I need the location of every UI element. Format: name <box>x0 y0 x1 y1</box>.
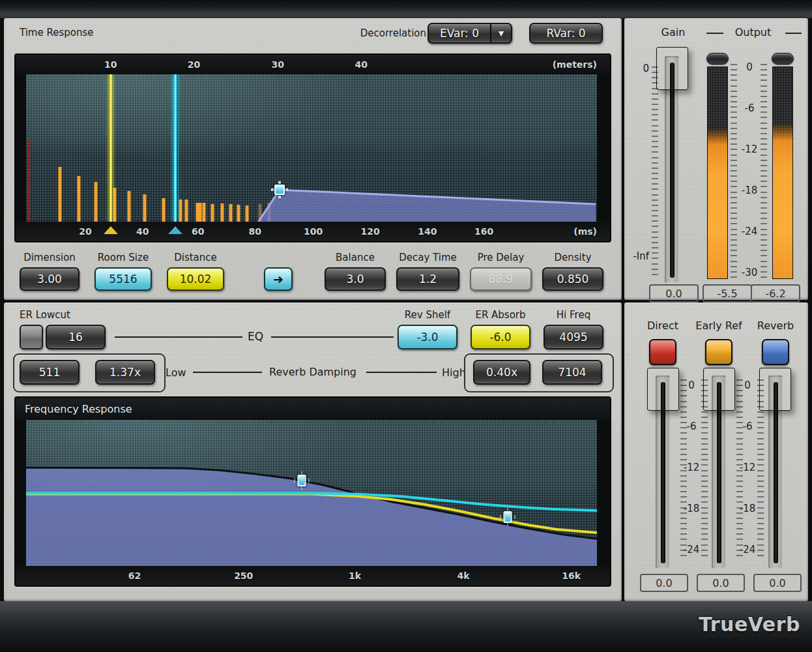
right-output-meter <box>772 67 793 279</box>
er-lowcut-value-button[interactable]: 16 <box>46 325 106 349</box>
hi-freq-value-button[interactable]: 4095 <box>544 325 603 349</box>
gain-fader-knob[interactable] <box>656 47 688 90</box>
bottom-bar: TrueVerb <box>0 601 812 652</box>
scale-label: -24 <box>742 226 758 237</box>
er-absorb-label: ER Absorb <box>464 309 537 321</box>
time-graph-bottom-axis: 20406080100120140160(ms) <box>16 222 610 241</box>
direct-mute-button[interactable] <box>649 339 676 365</box>
gain-inf-label: -Inf <box>624 250 649 262</box>
er-absorb-value-button[interactable]: -6.0 <box>471 325 530 349</box>
dimension-label: Dimension <box>10 252 89 263</box>
room-size-value-button[interactable]: 5516 <box>94 267 152 291</box>
axis-tick: 80 <box>249 226 261 237</box>
scale-label: -24 <box>684 544 700 556</box>
top-frame <box>0 0 812 18</box>
scale-label: -6 <box>743 421 753 432</box>
damping-high-freq-button[interactable]: 7104 <box>542 360 602 385</box>
balance-value-button[interactable]: 3.0 <box>325 267 386 291</box>
scale-label: 0 <box>688 379 695 391</box>
time-graph-top-axis: 10203040(meters) <box>16 55 610 74</box>
chevron-down-icon[interactable]: ▼ <box>490 24 511 42</box>
reverb-mute-button[interactable] <box>762 339 789 365</box>
damping-line-left <box>193 372 262 373</box>
rvar-value: RVar: 0 <box>546 27 585 40</box>
er-lowcut-label: ER Lowcut <box>20 309 70 321</box>
scale-label: 0 <box>744 379 751 391</box>
density-value-button[interactable]: 0.850 <box>542 267 603 291</box>
scale-label: -12 <box>684 462 700 473</box>
early-ref-fader-knob[interactable] <box>703 368 735 411</box>
rvar-button[interactable]: RVar: 0 <box>529 23 603 44</box>
left-output-meter <box>707 67 728 279</box>
scale-label: -12 <box>742 143 758 155</box>
distance-value-button[interactable]: 10.02 <box>167 267 224 291</box>
damping-high-ratio-button[interactable]: 0.40x <box>473 360 530 385</box>
er-lowcut-toggle[interactable] <box>20 325 43 349</box>
evar-value: EVar: 0 <box>429 27 490 40</box>
marker-triangle[interactable] <box>104 226 118 234</box>
freq-handle[interactable] <box>298 475 306 486</box>
scale-label: -6 <box>687 421 697 432</box>
axis-tick: 30 <box>272 59 284 70</box>
reverb-fader-knob[interactable] <box>759 368 791 411</box>
axis-tick: 40 <box>136 226 149 237</box>
damping-low-ratio-button[interactable]: 1.37x <box>95 360 155 385</box>
freq-grid-wrap <box>16 420 610 566</box>
gain-zero-label: 0 <box>633 63 649 74</box>
right-meter-value-box[interactable]: -6.2 <box>751 284 800 303</box>
meter-tick-scale-right <box>761 64 767 279</box>
mix-scale-1: 0-6-12-18-24 <box>680 303 703 601</box>
dimension-value-button[interactable]: 3.00 <box>20 267 80 291</box>
damping-low-freq-button[interactable]: 511 <box>20 360 80 385</box>
decay-time-value-button[interactable]: 1.2 <box>396 267 459 291</box>
marker-triangle[interactable] <box>168 226 182 234</box>
scale-label: -18 <box>684 503 700 514</box>
panel-title: Time Response <box>20 27 94 38</box>
evar-dropdown[interactable]: EVar: 0 ▼ <box>428 23 512 44</box>
frequency-response-graph: Frequency Response 622501k4k16k <box>14 396 611 587</box>
direct-value-box[interactable]: 0.0 <box>640 574 688 592</box>
pre-delay-value-button[interactable]: 88.9 <box>470 267 532 291</box>
right-meter-cap <box>772 53 794 65</box>
balance-label: Balance <box>316 252 394 263</box>
mix-scale-2: 0-6-12-18-24 <box>736 303 759 601</box>
distance-label: Distance <box>156 252 235 263</box>
time-response-header: Time Response Decorrelation EVar: 0 ▼ RV… <box>4 18 622 50</box>
output-panel: Gain Output 0 -Inf 0-6-12-18-24-30 0.0 -… <box>624 18 808 300</box>
axis-tick: 10 <box>104 59 117 70</box>
rev-shelf-label: Rev Shelf <box>394 309 461 321</box>
eq-line-left <box>115 336 242 338</box>
scale-label: -24 <box>740 544 756 556</box>
output-dash-right <box>785 33 802 34</box>
early-ref-mute-button[interactable] <box>705 339 732 365</box>
gain-label: Gain <box>644 26 703 38</box>
reverb-value-box[interactable]: 0.0 <box>753 574 802 592</box>
scale-label: -18 <box>742 185 758 196</box>
scale-label: -6 <box>745 102 755 114</box>
damping-line-right <box>366 372 437 373</box>
axis-tick: 4k <box>457 570 469 581</box>
damping-low-label: Low <box>166 366 186 379</box>
scale-label: -12 <box>740 462 756 473</box>
freq-bottom-axis: 622501k4k16k <box>16 566 610 585</box>
envelope-handle[interactable] <box>274 185 285 195</box>
arrow-right-icon: ➜ <box>273 272 283 286</box>
time-graph-grid-wrap <box>16 74 610 222</box>
pre-delay-label: Pre Delay <box>461 252 540 263</box>
link-arrow-button[interactable]: ➜ <box>264 267 293 291</box>
left-meter-cap <box>706 53 729 65</box>
gain-value-box[interactable]: 0.0 <box>649 284 699 303</box>
damping-high-label: High <box>442 366 466 379</box>
right-meter-fill <box>773 124 792 278</box>
freq-handle[interactable] <box>504 511 512 523</box>
rev-shelf-value-button[interactable]: -3.0 <box>398 325 457 349</box>
early-ref-value-box[interactable]: 0.0 <box>697 574 745 592</box>
axis-tick: 60 <box>192 226 204 237</box>
gain-fader-slot[interactable] <box>670 63 674 278</box>
axis-tick: 1k <box>349 570 361 581</box>
frequency-response-title-row: Frequency Response <box>16 398 610 420</box>
direct-fader-knob[interactable] <box>647 368 679 411</box>
axis-tick: 250 <box>234 570 253 581</box>
time-response-grid <box>26 74 597 222</box>
left-meter-value-box[interactable]: -5.5 <box>703 284 752 303</box>
